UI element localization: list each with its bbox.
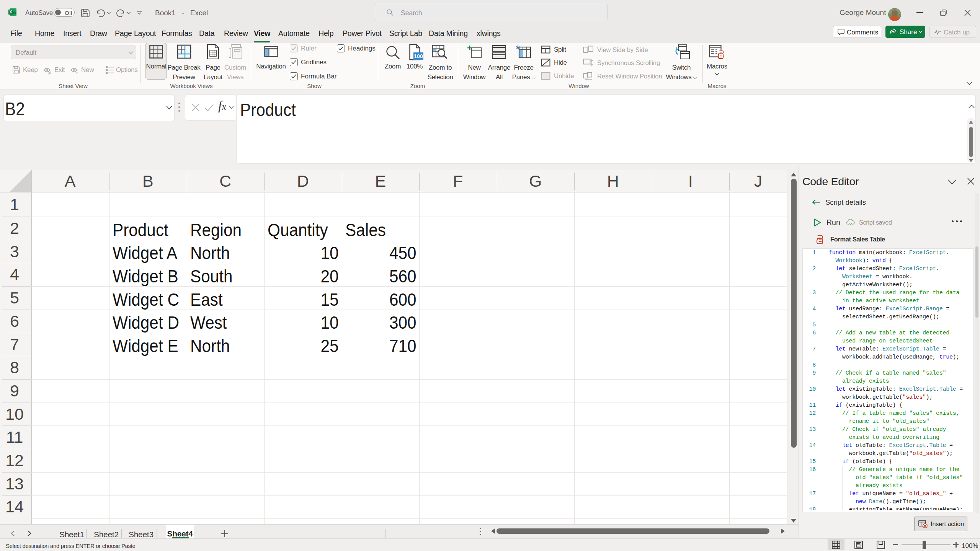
svg-text:X: X [10,10,12,14]
